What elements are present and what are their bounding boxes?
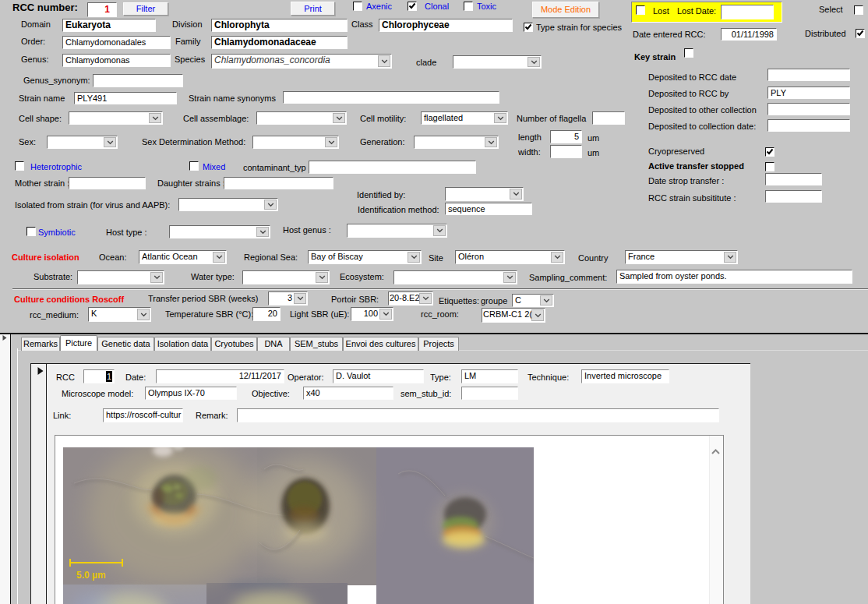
svg-text:5.0 µm: 5.0 µm xyxy=(76,570,106,581)
